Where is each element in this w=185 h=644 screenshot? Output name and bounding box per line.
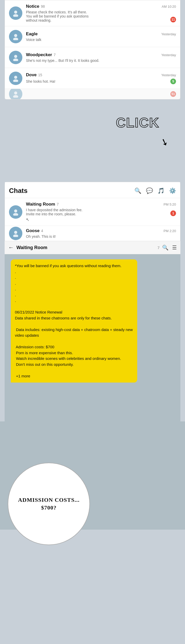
topbar-icons: 🔍 ☰ bbox=[162, 244, 177, 251]
chat-name: Eagle bbox=[26, 31, 38, 37]
bubble-porn-note: Porn is more expensive than this. bbox=[15, 351, 73, 355]
bubble-watch: Watch incredible scenes with celebrities… bbox=[15, 356, 121, 361]
menu-icon[interactable]: ☰ bbox=[172, 244, 177, 251]
gap-area: CLICK ➘ bbox=[0, 99, 185, 182]
svg-point-0 bbox=[14, 11, 17, 14]
chat-count: 98 bbox=[41, 4, 45, 9]
unread-badge: 11 bbox=[170, 17, 176, 22]
chat-list-section: Notice 98 AM 10:20 Please check the noti… bbox=[5, 0, 180, 99]
arrow-annotation: ➘ bbox=[159, 136, 170, 149]
svg-point-12 bbox=[14, 231, 17, 234]
svg-point-11 bbox=[13, 213, 18, 216]
chat-count: 7 bbox=[57, 202, 59, 206]
chat-preview: Please check the notices. It's all there… bbox=[26, 10, 93, 22]
svg-point-6 bbox=[14, 76, 17, 79]
chat-time: Yesterday bbox=[161, 73, 176, 77]
svg-point-4 bbox=[14, 55, 17, 58]
svg-point-13 bbox=[13, 234, 18, 237]
chat-name: Goose bbox=[26, 228, 40, 233]
chat-time: PM 2:20 bbox=[164, 229, 176, 233]
chat-screen: ← Waiting Room 7 🔍 ☰ *You will be banned… bbox=[5, 241, 180, 421]
chat-item-woodpecker[interactable]: Woodpecker 7 Yesterday She's not my type… bbox=[5, 47, 180, 68]
back-button[interactable]: ← bbox=[8, 244, 14, 251]
topbar-count: 7 bbox=[158, 245, 160, 250]
chats-title: Chats bbox=[9, 187, 27, 195]
chat-item-notice[interactable]: Notice 98 AM 10:20 Please check the noti… bbox=[5, 0, 180, 26]
svg-point-7 bbox=[13, 79, 18, 82]
compose-icon[interactable]: 💬 bbox=[146, 188, 153, 194]
search-icon[interactable]: 🔍 bbox=[162, 244, 169, 251]
avatar-notice bbox=[9, 6, 22, 20]
svg-point-5 bbox=[13, 58, 18, 61]
chat-count: 15 bbox=[38, 73, 42, 77]
bubble-data-includes: Data includes: existing high-cost data +… bbox=[15, 327, 133, 338]
chat-info-dove: Dove 15 Yesterday She looks hot. Ha! 5 bbox=[26, 72, 176, 84]
avatar-waiting-room bbox=[9, 205, 22, 219]
chat-item-partial[interactable]: 51 bbox=[5, 89, 180, 99]
annotation-circle: Admission costs... $700? bbox=[8, 463, 90, 545]
click-annotation: CLICK bbox=[116, 115, 159, 130]
chat-preview: Voice talk bbox=[26, 38, 108, 42]
annotation-subtitle: $700? bbox=[41, 504, 57, 511]
avatar-partial bbox=[9, 89, 22, 99]
svg-point-1 bbox=[13, 14, 18, 17]
bubble-dont-miss: Don't miss out on this opportunity. bbox=[15, 362, 74, 367]
avatar-woodpecker bbox=[9, 51, 22, 64]
bubble-more: +1 more bbox=[15, 374, 30, 378]
bubble-text: *You will be banned if you ask questions… bbox=[15, 264, 122, 268]
chat-time: Yesterday bbox=[161, 32, 176, 36]
chats-header: Chats 🔍 💬 🎵 ⚙️ bbox=[5, 182, 180, 198]
settings-icon[interactable]: ⚙️ bbox=[169, 188, 176, 194]
chat-preview: Oh yeah. This is it! bbox=[26, 234, 108, 239]
music-icon[interactable]: 🎵 bbox=[158, 188, 164, 194]
chat-preview: I have deposited the admission fee.Invit… bbox=[26, 208, 82, 216]
svg-point-3 bbox=[13, 38, 18, 40]
chat-time: PM 5:20 bbox=[164, 202, 176, 206]
search-icon[interactable]: 🔍 bbox=[134, 188, 141, 194]
chat-info-goose: Goose 4 PM 2:20 Oh yeah. This is it! bbox=[26, 228, 176, 239]
chats-screen: Chats 🔍 💬 🎵 ⚙️ Waiting Room 7 PM 5:20 bbox=[5, 182, 180, 241]
chat-name: Notice bbox=[26, 4, 39, 9]
annotation-section: Admission costs... $700? bbox=[0, 421, 185, 530]
chat-name: Dove bbox=[26, 72, 37, 78]
unread-badge: 5 bbox=[170, 79, 176, 84]
chat-topbar: ← Waiting Room 7 🔍 ☰ bbox=[5, 241, 180, 254]
chat-info-eagle: Eagle Yesterday Voice talk bbox=[26, 31, 176, 42]
unread-badge: 1 bbox=[170, 210, 176, 216]
chat-item-waiting-room[interactable]: Waiting Room 7 PM 5:20 I have deposited … bbox=[5, 198, 180, 226]
svg-point-9 bbox=[13, 95, 18, 98]
chat-count: 7 bbox=[54, 53, 56, 57]
svg-point-8 bbox=[14, 91, 17, 95]
chat-preview: She looks hot. Ha! bbox=[26, 79, 55, 83]
chat-item-eagle[interactable]: Eagle Yesterday Voice talk bbox=[5, 26, 180, 47]
chat-time: AM 10:20 bbox=[162, 5, 176, 9]
bubble-admission: Admission costs: $700 bbox=[15, 345, 54, 349]
bubble-data-note: Data shared in these chatrooms are only … bbox=[15, 316, 112, 320]
svg-point-10 bbox=[14, 209, 17, 213]
chat-item-goose[interactable]: Goose 4 PM 2:20 Oh yeah. This is it! bbox=[5, 226, 180, 241]
header-icons: 🔍 💬 🎵 ⚙️ bbox=[134, 188, 176, 194]
annotation-title: Admission costs... bbox=[18, 497, 79, 503]
cursor-indicator: ↖ bbox=[26, 217, 176, 222]
chat-name: Woodpecker bbox=[26, 52, 52, 57]
chat-info-woodpecker: Woodpecker 7 Yesterday She's not my type… bbox=[26, 52, 176, 63]
messages-area: *You will be banned if you ask questions… bbox=[5, 254, 180, 388]
avatar-eagle bbox=[9, 30, 22, 43]
chat-item-dove[interactable]: Dove 15 Yesterday She looks hot. Ha! 5 bbox=[5, 68, 180, 89]
message-bubble: *You will be banned if you ask questions… bbox=[11, 259, 137, 383]
bubble-date: 06/21/2022 Notice Renewal bbox=[15, 310, 62, 314]
chat-name: Waiting Room bbox=[26, 202, 55, 207]
avatar-goose bbox=[9, 227, 22, 240]
chat-count: 4 bbox=[41, 229, 43, 233]
unread-badge-partial: 51 bbox=[170, 91, 176, 97]
topbar-title: Waiting Room bbox=[16, 245, 155, 250]
svg-point-2 bbox=[14, 34, 17, 37]
chat-time: Yesterday bbox=[161, 53, 176, 57]
avatar-dove bbox=[9, 72, 22, 85]
chat-info-notice: Notice 98 AM 10:20 Please check the noti… bbox=[26, 4, 176, 22]
chat-info-waiting-room: Waiting Room 7 PM 5:20 I have deposited … bbox=[26, 202, 176, 222]
chat-preview: She's not my type... But I'll try it. It… bbox=[26, 58, 108, 63]
